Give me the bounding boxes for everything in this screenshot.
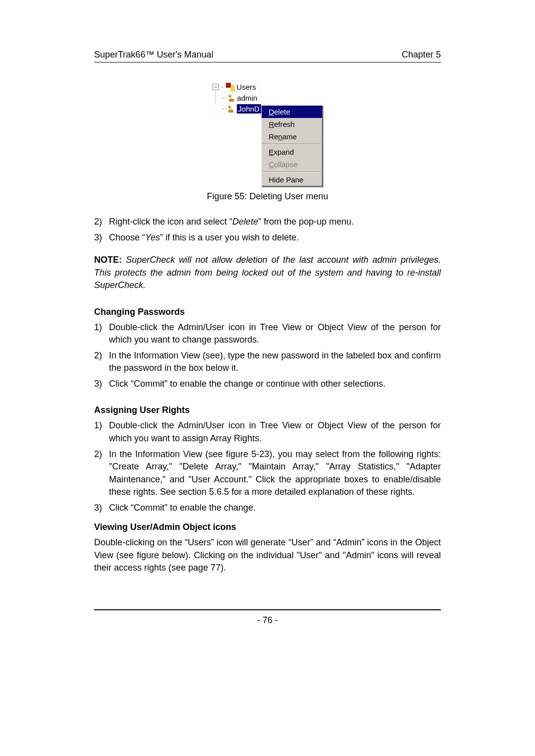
tree-view: − Users ★: [213, 79, 261, 116]
step-text: Choose “Yes” if this is a user you wish …: [109, 232, 441, 244]
step-number: 3): [94, 232, 109, 244]
note-label: NOTE:: [94, 255, 126, 265]
list-item: 2)In the Information View (see), type th…: [94, 349, 441, 375]
tree-item-admin[interactable]: ★ admin: [222, 92, 261, 103]
user-icon: ★: [227, 94, 235, 102]
list-item: 1)Double-click the Admin/User icon in Tr…: [94, 321, 441, 347]
intro-steps: 2) Right-click the icon and select “Dele…: [94, 216, 441, 244]
figure-caption: Figure 55: Deleting User menu: [94, 191, 441, 202]
menu-separator: [263, 172, 321, 173]
note-text: SuperCheck will not allow deletion of th…: [94, 255, 441, 290]
minus-icon[interactable]: −: [213, 84, 219, 90]
header-left: SuperTrak66™ User's Manual: [94, 50, 214, 60]
context-menu: Delete Refresh Rename Expand Collapse Hi…: [261, 105, 322, 186]
list-item: 3) Choose “Yes” if this is a user you wi…: [94, 232, 441, 244]
menu-expand[interactable]: Expand: [262, 146, 322, 158]
heading-assigning-rights: Assigning User Rights: [94, 405, 441, 415]
menu-refresh[interactable]: Refresh: [262, 118, 322, 130]
tree-item-johnd[interactable]: ★ JohnD: [222, 103, 261, 114]
users-group-icon: [226, 83, 235, 91]
viewing-paragraph: Double-clicking on the “Users” icon will…: [94, 536, 441, 575]
list-item: 2) Right-click the icon and select “Dele…: [94, 216, 441, 229]
page-header: SuperTrak66™ User's Manual Chapter 5: [94, 50, 441, 62]
tree-admin-label: admin: [237, 94, 258, 102]
menu-collapse: Collapse: [262, 158, 322, 171]
list-item: 2)In the Information View (see figure 5-…: [94, 448, 441, 499]
heading-viewing-icons: Viewing User/Admin Object icons: [94, 522, 441, 532]
page-content: SuperTrak66™ User's Manual Chapter 5 − U…: [94, 0, 441, 655]
tree-root-row[interactable]: − Users: [213, 81, 261, 92]
page-number: - 76 -: [94, 615, 441, 626]
list-item: 1)Double-click the Admin/User icon in Tr…: [94, 419, 441, 445]
step-text: Right-click the icon and select “Delete”…: [109, 216, 441, 229]
menu-rename[interactable]: Rename: [262, 130, 322, 143]
header-right: Chapter 5: [402, 50, 441, 60]
list-item: 3)Click “Commit” to enable the change.: [94, 502, 441, 515]
step-number: 2): [94, 216, 109, 229]
note-block: NOTE: SuperCheck will not allow deletion…: [94, 254, 441, 292]
figure-55: − Users ★: [94, 79, 441, 186]
menu-delete[interactable]: Delete: [262, 106, 322, 118]
tree-johnd-label: JohnD: [237, 104, 261, 114]
tree-root-label: Users: [237, 83, 256, 91]
footer-rule: [94, 609, 441, 610]
heading-changing-passwords: Changing Passwords: [94, 307, 441, 317]
menu-hide-pane[interactable]: Hide Pane: [262, 174, 322, 186]
user-icon: ★: [227, 105, 235, 113]
passwords-steps: 1)Double-click the Admin/User icon in Tr…: [94, 321, 441, 391]
list-item: 3)Click “Commit” to enable the change or…: [94, 378, 441, 391]
rights-steps: 1)Double-click the Admin/User icon in Tr…: [94, 419, 441, 514]
menu-separator: [263, 144, 321, 145]
